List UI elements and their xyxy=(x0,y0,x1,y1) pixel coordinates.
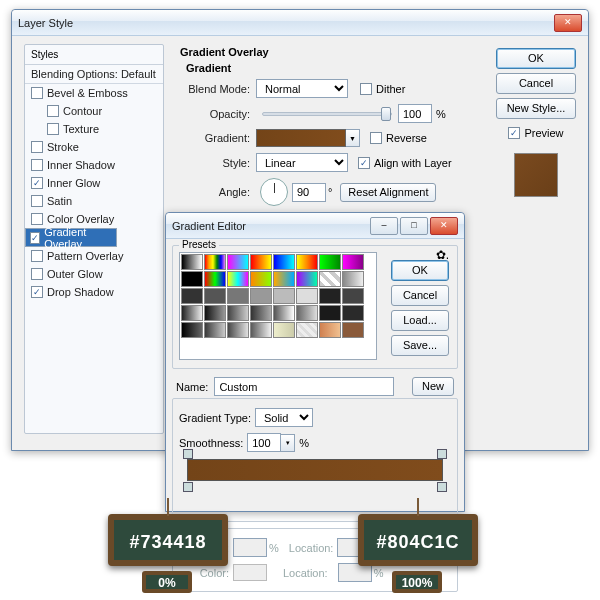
preset-swatch[interactable] xyxy=(250,322,272,338)
style-checkbox[interactable] xyxy=(31,159,43,171)
editor-ok-button[interactable]: OK xyxy=(391,260,449,281)
preset-swatch[interactable] xyxy=(296,305,318,321)
preset-swatch[interactable] xyxy=(181,271,203,287)
style-checkbox[interactable] xyxy=(31,141,43,153)
style-item-pattern-overlay[interactable]: Pattern Overlay xyxy=(25,247,163,265)
style-item-inner-shadow[interactable]: Inner Shadow xyxy=(25,156,163,174)
color-stop-left[interactable] xyxy=(183,482,193,492)
opacity-stop-right[interactable] xyxy=(437,449,447,459)
style-checkbox[interactable] xyxy=(31,195,43,207)
preset-swatch[interactable] xyxy=(227,288,249,304)
preset-swatch[interactable] xyxy=(227,271,249,287)
preset-swatch[interactable] xyxy=(181,305,203,321)
ok-button[interactable]: OK xyxy=(496,48,576,69)
preset-swatch[interactable] xyxy=(273,254,295,270)
preset-swatch[interactable] xyxy=(319,288,341,304)
style-checkbox[interactable] xyxy=(31,87,43,99)
preset-swatch[interactable] xyxy=(319,271,341,287)
gtype-select[interactable]: Solid xyxy=(255,408,313,427)
style-item-inner-glow[interactable]: ✓Inner Glow xyxy=(25,174,163,192)
reverse-checkbox[interactable] xyxy=(370,132,382,144)
editor-titlebar[interactable]: Gradient Editor – □ ✕ xyxy=(166,213,464,239)
preset-swatch[interactable] xyxy=(319,305,341,321)
preset-swatch[interactable] xyxy=(342,322,364,338)
color-stop-right[interactable] xyxy=(437,482,447,492)
preset-swatch[interactable] xyxy=(250,254,272,270)
style-item-satin[interactable]: Satin xyxy=(25,192,163,210)
preset-swatch[interactable] xyxy=(204,322,226,338)
style-checkbox[interactable] xyxy=(31,268,43,280)
blending-options[interactable]: Blending Options: Default xyxy=(25,65,163,84)
style-checkbox[interactable] xyxy=(31,213,43,225)
preset-swatch[interactable] xyxy=(273,271,295,287)
preset-swatch[interactable] xyxy=(181,288,203,304)
editor-cancel-button[interactable]: Cancel xyxy=(391,285,449,306)
style-checkbox[interactable]: ✓ xyxy=(31,177,43,189)
preset-swatch[interactable] xyxy=(204,305,226,321)
opacity-stop-left[interactable] xyxy=(183,449,193,459)
preset-swatch[interactable] xyxy=(250,305,272,321)
preset-swatch[interactable] xyxy=(342,271,364,287)
preset-swatch[interactable] xyxy=(204,271,226,287)
preset-swatch[interactable] xyxy=(227,305,249,321)
preset-swatch[interactable] xyxy=(204,254,226,270)
preset-swatch[interactable] xyxy=(273,322,295,338)
preset-swatch[interactable] xyxy=(181,254,203,270)
gradient-swatch[interactable] xyxy=(256,129,346,147)
preview-checkbox[interactable]: ✓ xyxy=(508,127,520,139)
editor-close-icon[interactable]: ✕ xyxy=(430,217,458,235)
preset-swatch[interactable] xyxy=(296,288,318,304)
style-checkbox[interactable] xyxy=(47,123,59,135)
style-item-gradient-overlay[interactable]: ✓Gradient Overlay xyxy=(25,228,117,247)
preset-swatch[interactable] xyxy=(250,271,272,287)
preset-grid[interactable] xyxy=(179,252,377,360)
save-button[interactable]: Save... xyxy=(391,335,449,356)
dither-checkbox[interactable] xyxy=(360,83,372,95)
gradient-bar[interactable] xyxy=(187,459,443,481)
minimize-icon[interactable]: – xyxy=(370,217,398,235)
style-item-texture[interactable]: Texture xyxy=(25,120,163,138)
style-item-drop-shadow[interactable]: ✓Drop Shadow xyxy=(25,283,163,301)
maximize-icon[interactable]: □ xyxy=(400,217,428,235)
style-checkbox[interactable]: ✓ xyxy=(31,286,43,298)
blend-mode-select[interactable]: Normal xyxy=(256,79,348,98)
angle-dial[interactable] xyxy=(260,178,288,206)
preset-swatch[interactable] xyxy=(181,322,203,338)
style-item-stroke[interactable]: Stroke xyxy=(25,138,163,156)
preset-swatch[interactable] xyxy=(342,254,364,270)
style-checkbox[interactable]: ✓ xyxy=(30,232,40,244)
preset-swatch[interactable] xyxy=(204,288,226,304)
preset-swatch[interactable] xyxy=(273,305,295,321)
align-checkbox[interactable]: ✓ xyxy=(358,157,370,169)
preset-swatch[interactable] xyxy=(296,254,318,270)
smooth-dropdown[interactable]: ▾ xyxy=(281,434,295,452)
opacity-slider[interactable] xyxy=(262,112,392,116)
load-button[interactable]: Load... xyxy=(391,310,449,331)
angle-input[interactable] xyxy=(292,183,326,202)
layer-style-titlebar[interactable]: Layer Style ✕ xyxy=(12,10,588,36)
preset-swatch[interactable] xyxy=(342,288,364,304)
new-button[interactable]: New xyxy=(412,377,454,396)
opacity-input[interactable] xyxy=(398,104,432,123)
preset-swatch[interactable] xyxy=(273,288,295,304)
gradient-dropdown[interactable]: ▼ xyxy=(346,129,360,147)
preset-swatch[interactable] xyxy=(250,288,272,304)
preset-swatch[interactable] xyxy=(227,322,249,338)
style-item-bevel-emboss[interactable]: Bevel & Emboss xyxy=(25,84,163,102)
preset-swatch[interactable] xyxy=(296,271,318,287)
preset-swatch[interactable] xyxy=(342,305,364,321)
preset-swatch[interactable] xyxy=(319,322,341,338)
reset-alignment-button[interactable]: Reset Alignment xyxy=(340,183,436,202)
style-checkbox[interactable] xyxy=(31,250,43,262)
smooth-input[interactable] xyxy=(247,433,281,452)
name-input[interactable] xyxy=(214,377,394,396)
style-checkbox[interactable] xyxy=(47,105,59,117)
cancel-button[interactable]: Cancel xyxy=(496,73,576,94)
preset-swatch[interactable] xyxy=(296,322,318,338)
style-item-contour[interactable]: Contour xyxy=(25,102,163,120)
preset-swatch[interactable] xyxy=(319,254,341,270)
style-item-outer-glow[interactable]: Outer Glow xyxy=(25,265,163,283)
close-icon[interactable]: ✕ xyxy=(554,14,582,32)
preset-swatch[interactable] xyxy=(227,254,249,270)
style-select[interactable]: Linear xyxy=(256,153,348,172)
